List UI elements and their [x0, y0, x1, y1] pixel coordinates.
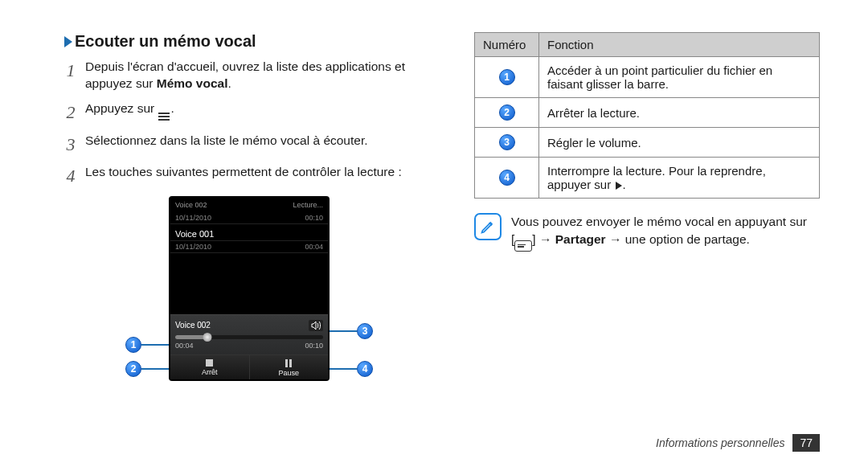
callout-line [141, 344, 169, 346]
step-text-part: Depuis l'écran d'accueil, ouvrez la list… [85, 59, 405, 90]
stop-icon [206, 359, 213, 367]
th-number: Numéro [475, 33, 539, 57]
row-func-part: Interrompre la lecture. Pour la reprendr… [547, 164, 766, 191]
row-badge: 4 [499, 170, 515, 186]
progress-bar [175, 335, 323, 339]
step-number: 4 [64, 164, 77, 188]
stop-label: Arrêt [202, 368, 218, 376]
step-text: Appuyez sur . [85, 100, 434, 125]
page-footer: Informations personnelles 77 [656, 434, 820, 452]
row-func-part: . [622, 178, 625, 191]
phone-header-date: 10/11/2010 [175, 214, 211, 222]
table-row: 1 Accéder à un point particulier du fich… [475, 57, 820, 98]
stop-button: Arrêt [170, 355, 250, 379]
phone-list-date: 10/11/2010 [175, 243, 211, 251]
callout-badge-4: 4 [357, 361, 373, 377]
callout-line [141, 368, 169, 370]
phone-header-status: Lecture... [293, 201, 323, 209]
steps-list: 1 Depuis l'écran d'accueil, ouvrez la li… [64, 59, 434, 188]
step-text: Sélectionnez dans la liste le mémo vocal… [85, 133, 434, 157]
step-number: 2 [64, 100, 77, 125]
row-func: Régler le volume. [539, 128, 820, 158]
table-row: 2 Arrêter la lecture. [475, 98, 820, 128]
callout-line [330, 330, 357, 332]
phone-list-dur: 00:04 [305, 243, 323, 251]
th-function: Fonction [539, 33, 820, 57]
pause-icon [285, 359, 292, 367]
callout-badge-2: 2 [125, 361, 141, 377]
note-part: ] → [532, 232, 555, 246]
note-box: Vous pouvez envoyer le mémo vocal en app… [474, 213, 820, 252]
section-title-text: Ecouter un mémo vocal [75, 32, 256, 51]
functions-table: Numéro Fonction 1 Accéder à un point par… [474, 32, 820, 199]
phone-header-title: Voice 002 [175, 201, 207, 209]
note-line1: Vous pouvez envoyer le mémo vocal en app… [511, 213, 807, 231]
table-row: 4 Interrompre la lecture. Pour la repren… [475, 158, 820, 199]
pause-label: Pause [278, 369, 299, 377]
volume-icon [309, 320, 323, 331]
phone-screenshot: 1 2 3 4 Voice 002 Lecture... 10/11/2010 … [64, 196, 434, 381]
callout-badge-1: 1 [125, 337, 141, 353]
row-func: Arrêter la lecture. [539, 98, 820, 128]
row-func: Accéder à un point particulier du fichie… [539, 57, 820, 98]
phone-buttons: Arrêt Pause [170, 354, 328, 379]
step-text: Depuis l'écran d'accueil, ouvrez la list… [85, 59, 434, 92]
phone-header-dur: 00:10 [305, 214, 323, 222]
pause-button: Pause [250, 355, 329, 379]
phone-nowplaying: Voice 002 00:04 00:10 [170, 314, 328, 354]
time-total: 00:10 [305, 342, 323, 350]
callout-badge-3: 3 [357, 323, 373, 339]
footer-section: Informations personnelles [656, 436, 784, 449]
callout-line [330, 368, 357, 370]
row-badge: 1 [499, 69, 515, 85]
row-func: Interrompre la lecture. Pour la reprendr… [539, 158, 820, 199]
menu-key-icon [514, 240, 532, 252]
step-text-part: . [227, 76, 231, 90]
page-number: 77 [792, 434, 820, 452]
list-icon [158, 111, 170, 122]
step-text-part: . [170, 101, 174, 115]
note-text: Vous pouvez envoyer le mémo vocal en app… [511, 213, 807, 252]
section-title: Ecouter un mémo vocal [64, 32, 434, 51]
step-text: Les touches suivantes permettent de cont… [85, 164, 434, 188]
table-row: 3 Régler le volume. [475, 128, 820, 158]
row-badge: 3 [499, 134, 515, 150]
step-number: 1 [64, 59, 77, 92]
step-text-bold: Mémo vocal [157, 76, 228, 90]
note-bold: Partager [555, 232, 606, 246]
phone-header: Voice 002 Lecture... [170, 198, 328, 212]
phone-list-title: Voice 001 [175, 229, 214, 239]
chevron-right-icon [64, 36, 72, 47]
row-badge: 2 [499, 104, 515, 121]
note-icon [474, 213, 502, 240]
phone-frame: Voice 002 Lecture... 10/11/2010 00:10 Vo… [169, 196, 330, 381]
step-text-part: Appuyez sur [85, 101, 158, 115]
note-part: → une option de partage. [606, 232, 750, 246]
nowplaying-title: Voice 002 [175, 321, 211, 330]
step-number: 3 [64, 133, 77, 157]
time-elapsed: 00:04 [175, 342, 194, 350]
